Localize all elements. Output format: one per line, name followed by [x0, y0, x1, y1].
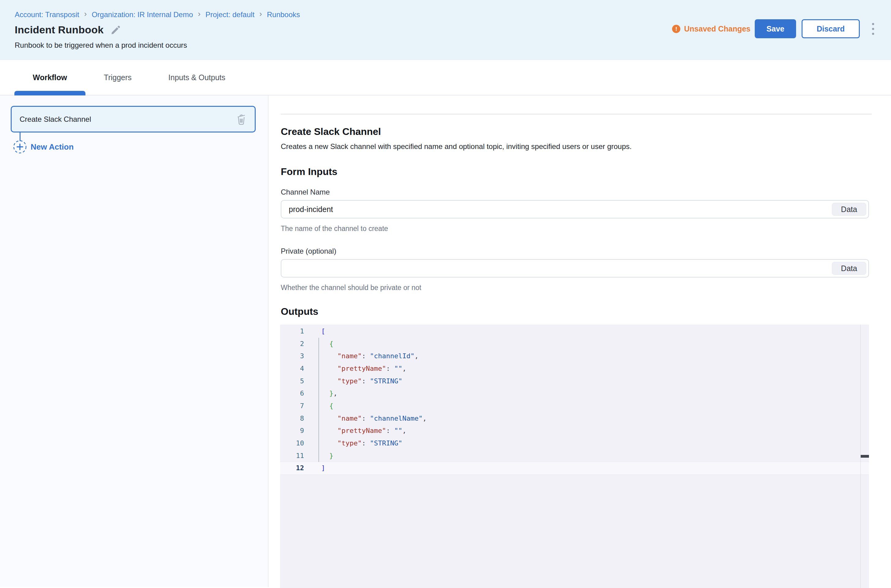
workflow-steps-panel: Create Slack Channel New Action [0, 96, 268, 587]
line-number: 9 [280, 424, 312, 437]
action-title: Create Slack Channel [281, 126, 891, 137]
line-number: 2 [280, 338, 312, 350]
breadcrumb-runbooks[interactable]: Runbooks [267, 10, 300, 19]
action-card-create-slack-channel[interactable]: Create Slack Channel [11, 106, 256, 132]
edit-title-pencil-icon[interactable] [110, 24, 121, 36]
new-action-label: New Action [31, 142, 74, 152]
section-divider [281, 114, 872, 114]
private-field: Data [281, 259, 869, 278]
private-label: Private (optional) [281, 247, 891, 255]
form-inputs-heading: Form Inputs [281, 166, 891, 177]
breadcrumb-account[interactable]: Account: Transposit [15, 10, 79, 19]
app-window: { "breadcrumb": { "separator": "\u203a",… [0, 0, 891, 588]
action-description: Creates a new Slack channel with specifi… [281, 142, 891, 151]
breadcrumb-separator-icon: › [84, 9, 87, 19]
breadcrumb-separator-icon: › [198, 9, 200, 19]
outputs-code-editor[interactable]: 1[2 {3 "name": "channelId",4 "prettyName… [280, 325, 869, 588]
line-number: 12 [280, 462, 312, 474]
code-line[interactable]: 12] [280, 462, 869, 474]
discard-button[interactable]: Discard [802, 19, 860, 38]
indent-guide-line [318, 338, 319, 462]
line-number: 5 [280, 375, 312, 388]
line-number: 7 [280, 400, 312, 412]
outputs-heading: Outputs [281, 306, 891, 317]
plus-circle-icon [13, 140, 27, 154]
title-row: Incident Runbook [15, 24, 121, 36]
code-line[interactable]: 5 "type": "STRING" [280, 375, 869, 388]
tab-workflow[interactable]: Workflow [14, 60, 86, 95]
code-line[interactable]: 2 { [280, 338, 869, 350]
code-editor-lines: 1[2 {3 "name": "channelId",4 "prettyName… [280, 325, 869, 474]
line-number: 4 [280, 363, 312, 375]
code-line[interactable]: 4 "prettyName": "", [280, 363, 869, 375]
unsaved-changes-label: Unsaved Changes [684, 24, 751, 33]
private-input[interactable] [281, 260, 868, 277]
unsaved-changes-status: ! Unsaved Changes [672, 24, 751, 33]
code-line[interactable]: 10 "type": "STRING" [280, 437, 869, 450]
code-line[interactable]: 7 { [280, 400, 869, 412]
more-options-kebab-icon[interactable] [868, 19, 878, 38]
page-title: Incident Runbook [15, 24, 104, 36]
code-line[interactable]: 8 "name": "channelName", [280, 412, 869, 425]
code-line[interactable]: 6 }, [280, 387, 869, 400]
page-subtitle: Runbook to be triggered when a prod inci… [15, 41, 187, 50]
line-number: 10 [280, 437, 312, 450]
action-card-label: Create Slack Channel [20, 115, 91, 124]
code-line[interactable]: 9 "prettyName": "", [280, 424, 869, 437]
code-line[interactable]: 11 } [280, 450, 869, 462]
channel-name-data-button[interactable]: Data [832, 203, 866, 216]
warning-icon: ! [672, 25, 680, 33]
new-action-button[interactable]: New Action [13, 140, 74, 154]
channel-name-field: Data [281, 200, 869, 218]
channel-name-label: Channel Name [281, 188, 891, 196]
code-line[interactable]: 3 "name": "channelId", [280, 350, 869, 363]
channel-name-input[interactable] [281, 201, 868, 218]
save-button[interactable]: Save [755, 19, 796, 38]
line-number: 8 [280, 412, 312, 425]
line-number: 3 [280, 350, 312, 363]
private-help: Whether the channel should be private or… [281, 284, 891, 292]
content-area: Create Slack Channel New Action [0, 96, 891, 587]
tab-inputs-outputs[interactable]: Inputs & Outputs [150, 60, 244, 95]
delete-action-trash-icon[interactable] [236, 113, 247, 125]
header-actions: ! Unsaved Changes Save Discard [672, 19, 878, 38]
breadcrumb-separator-icon: › [259, 9, 262, 19]
line-number: 6 [280, 387, 312, 400]
channel-name-help: The name of the channel to create [281, 225, 891, 233]
tab-bar: Workflow Triggers Inputs & Outputs [0, 60, 891, 96]
private-data-button[interactable]: Data [832, 262, 866, 275]
editor-scrollbar-track[interactable] [860, 325, 869, 588]
line-number: 1 [280, 325, 312, 338]
action-detail-pane: Create Slack Channel Creates a new Slack… [268, 96, 891, 587]
breadcrumb-organization[interactable]: Organization: IR Internal Demo [92, 10, 193, 19]
line-number: 11 [280, 450, 312, 462]
editor-scrollbar-mark[interactable] [861, 455, 869, 458]
breadcrumb-project[interactable]: Project: default [205, 10, 254, 19]
code-line[interactable]: 1[ [280, 325, 869, 338]
tab-triggers[interactable]: Triggers [86, 60, 150, 95]
page-header: Account: Transposit › Organization: IR I… [0, 0, 891, 60]
breadcrumb: Account: Transposit › Organization: IR I… [15, 10, 300, 19]
